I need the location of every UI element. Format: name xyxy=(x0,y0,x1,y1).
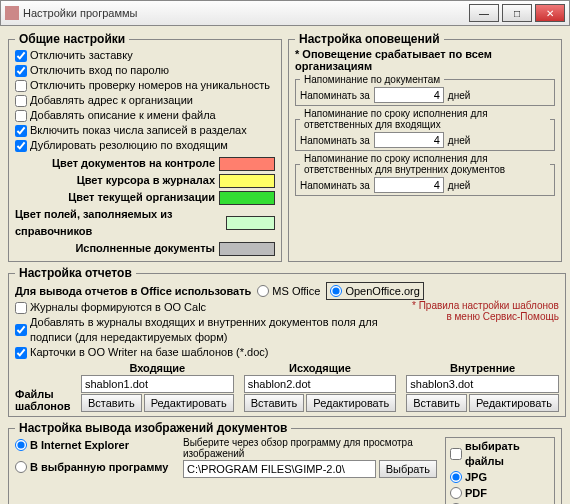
general-settings: Общие настройки Отключить заставкуОтключ… xyxy=(8,32,282,262)
report-option-2[interactable]: Карточки в OO Writer на базе шаблонов (*… xyxy=(15,345,409,360)
images-settings: Настройка вывода изображений документов … xyxy=(8,421,562,504)
general-option-0[interactable]: Отключить заставку xyxy=(15,48,275,63)
radio-openoffice[interactable]: OpenOffice.org xyxy=(326,282,423,300)
radio-jpg[interactable]: JPG xyxy=(450,469,550,485)
general-legend: Общие настройки xyxy=(15,32,129,46)
tmpl-file-0[interactable] xyxy=(81,375,234,393)
color-swatch-3[interactable] xyxy=(226,216,275,230)
general-option-4[interactable]: Добавлять описание к имени файла xyxy=(15,108,275,123)
images-hint: Выберите через обзор программу для просм… xyxy=(183,437,437,459)
maximize-button[interactable]: □ xyxy=(502,4,532,22)
notify-all-orgs: * Оповещение срабатывает по всем организ… xyxy=(295,48,555,72)
general-option-6[interactable]: Дублировать резолюцию по входящим xyxy=(15,138,275,153)
choose-files-checkbox[interactable]: выбирать файлы xyxy=(450,439,550,469)
minimize-button[interactable]: — xyxy=(469,4,499,22)
images-legend: Настройка вывода изображений документов xyxy=(15,421,291,435)
color-label-2: Цвет текущей организации xyxy=(68,189,215,206)
color-label-4: Исполненные документы xyxy=(75,240,215,257)
tmpl-edit-0[interactable]: Редактировать xyxy=(144,394,234,412)
close-button[interactable]: ✕ xyxy=(535,4,565,22)
tmpl-insert-2[interactable]: Вставить xyxy=(406,394,467,412)
notify-group-0: Напоминание по документамНапоминать задн… xyxy=(295,74,555,106)
color-swatch-2[interactable] xyxy=(219,191,275,205)
window-title: Настройки программы xyxy=(23,7,466,19)
tmpl-insert-0[interactable]: Вставить xyxy=(81,394,142,412)
color-swatch-1[interactable] xyxy=(219,174,275,188)
reports-settings: Настройка отчетов Для вывода отчетов в O… xyxy=(8,266,566,417)
notify-legend: Настройка оповещений xyxy=(295,32,444,46)
titlebar: Настройки программы — □ ✕ xyxy=(0,0,570,26)
color-label-0: Цвет документов на контроле xyxy=(52,155,215,172)
radio-chosen-program[interactable]: В выбранную программу xyxy=(15,459,175,475)
remind-input-0[interactable] xyxy=(374,87,444,103)
general-option-5[interactable]: Включить показ числа записей в разделах xyxy=(15,123,275,138)
tmpl-edit-1[interactable]: Редактировать xyxy=(306,394,396,412)
notify-group-1: Напоминание по сроку исполнения для отве… xyxy=(295,108,555,151)
color-swatch-0[interactable] xyxy=(219,157,275,171)
color-swatch-4[interactable] xyxy=(219,242,275,256)
tmpl-insert-1[interactable]: Вставить xyxy=(244,394,305,412)
tmpl-edit-2[interactable]: Редактировать xyxy=(469,394,559,412)
remind-input-2[interactable] xyxy=(374,177,444,193)
color-label-1: Цвет курсора в журналах xyxy=(77,172,215,189)
report-option-1[interactable]: Добавлять в журналы входящих и внутренни… xyxy=(15,315,409,345)
browse-button[interactable]: Выбрать xyxy=(379,460,437,478)
files-label: Файлы шаблонов xyxy=(15,388,71,412)
radio-pdf[interactable]: PDF xyxy=(450,485,550,501)
app-icon xyxy=(5,6,19,20)
program-path-input[interactable] xyxy=(183,460,376,478)
report-option-0[interactable]: Журналы формируются в OO Calc xyxy=(15,300,409,315)
tmpl-header-1: Исходящие xyxy=(244,362,397,374)
radio-ms-office[interactable]: MS Office xyxy=(257,283,320,299)
office-label: Для вывода отчетов в Office использовать xyxy=(15,285,251,297)
reports-legend: Настройка отчетов xyxy=(15,266,136,280)
tmpl-header-0: Входящие xyxy=(81,362,234,374)
general-option-3[interactable]: Добавлять адрес к организации xyxy=(15,93,275,108)
tmpl-file-1[interactable] xyxy=(244,375,397,393)
tmpl-header-2: Внутренние xyxy=(406,362,559,374)
reports-note: * Правила настройки шаблонов в меню Серв… xyxy=(409,300,559,322)
notify-settings: Настройка оповещений * Оповещение срабат… xyxy=(288,32,562,262)
remind-input-1[interactable] xyxy=(374,132,444,148)
notify-group-2: Напоминание по сроку исполнения для отве… xyxy=(295,153,555,196)
radio-ie[interactable]: В Internet Explorer xyxy=(15,437,175,453)
general-option-1[interactable]: Отключить вход по паролю xyxy=(15,63,275,78)
tmpl-file-2[interactable] xyxy=(406,375,559,393)
general-option-2[interactable]: Отключить проверку номеров на уникальнос… xyxy=(15,78,275,93)
color-label-3: Цвет полей, заполняемых из справочников xyxy=(15,206,222,240)
format-group: выбирать файлы JPG PDF TIFF xyxy=(445,437,555,504)
